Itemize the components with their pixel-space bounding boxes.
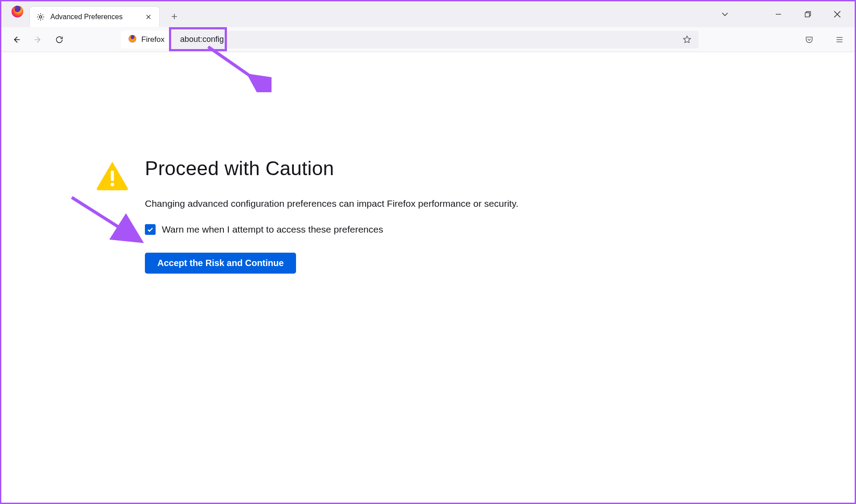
- toolbar-right: [800, 31, 848, 49]
- warning-description: Changing advanced configuration preferen…: [145, 198, 519, 209]
- svg-rect-4: [111, 171, 114, 181]
- firefox-logo-icon: [128, 34, 137, 45]
- back-button[interactable]: [8, 31, 25, 49]
- bookmark-star-icon[interactable]: [680, 33, 694, 47]
- tab-strip: Advanced Preferences: [1, 1, 855, 27]
- browser-tab[interactable]: Advanced Preferences: [30, 7, 159, 27]
- warning-triangle-icon: [96, 161, 129, 190]
- chevron-down-icon[interactable]: [720, 9, 730, 19]
- checkbox-label: Warn me when I attempt to access these p…: [162, 224, 383, 235]
- close-window-button[interactable]: [832, 9, 842, 19]
- svg-point-5: [111, 183, 114, 186]
- warn-checkbox-row[interactable]: Warn me when I attempt to access these p…: [145, 224, 519, 235]
- forward-button[interactable]: [29, 31, 47, 49]
- svg-rect-2: [805, 13, 810, 17]
- pocket-icon[interactable]: [800, 31, 818, 49]
- warning-panel: Proceed with Caution Changing advanced c…: [96, 157, 519, 274]
- url-text: about:config: [172, 31, 232, 49]
- close-icon[interactable]: [144, 12, 153, 21]
- reload-button[interactable]: [50, 31, 68, 49]
- warning-title: Proceed with Caution: [145, 157, 519, 180]
- hamburger-menu-icon[interactable]: [831, 31, 848, 49]
- checkbox-checked-icon[interactable]: [145, 224, 156, 235]
- svg-point-1: [39, 16, 41, 18]
- new-tab-button[interactable]: [165, 8, 183, 25]
- tab-title: Advanced Preferences: [50, 13, 139, 21]
- gear-icon: [36, 12, 45, 21]
- firefox-app-icon: [10, 4, 25, 19]
- minimize-button[interactable]: [774, 9, 783, 19]
- page-content: Proceed with Caution Changing advanced c…: [1, 52, 855, 503]
- identity-label: Firefox: [141, 35, 165, 44]
- navigation-toolbar: Firefox about:config: [1, 27, 855, 52]
- window-controls: [720, 1, 853, 27]
- identity-box[interactable]: Firefox: [121, 31, 172, 49]
- maximize-button[interactable]: [803, 9, 813, 19]
- url-bar[interactable]: Firefox about:config: [121, 31, 699, 49]
- accept-risk-button[interactable]: Accept the Risk and Continue: [145, 253, 296, 274]
- svg-line-6: [208, 47, 267, 88]
